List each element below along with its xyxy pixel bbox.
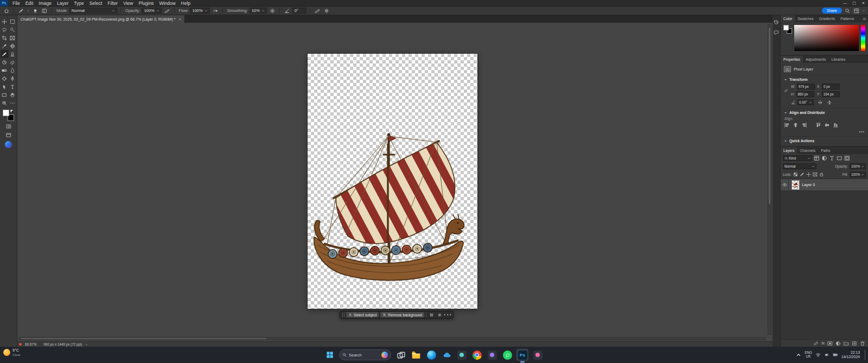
filter-smart-objects-icon[interactable] [844, 155, 850, 161]
vertical-scrollbar[interactable] [768, 24, 771, 335]
link-dimensions-icon[interactable] [784, 85, 789, 97]
language-indicator[interactable]: ENG UK [805, 351, 812, 359]
photoshop-icon[interactable]: Ps [516, 349, 528, 361]
home-icon[interactable] [3, 7, 10, 14]
layer-thumbnail[interactable] [792, 180, 800, 190]
tool-marquee[interactable] [9, 17, 17, 26]
airbrush-icon[interactable] [212, 7, 219, 14]
lock-position-icon[interactable] [806, 172, 811, 177]
panel-menu-icon[interactable] [863, 17, 868, 21]
show-desktop-button[interactable] [865, 350, 866, 360]
foreground-color-swatch[interactable] [783, 25, 789, 30]
lock-artboard-icon[interactable] [813, 172, 818, 177]
maximize-button[interactable]: ▢ [850, 0, 859, 7]
tray-chevron-up-icon[interactable] [796, 352, 801, 358]
menu-window[interactable]: Window [156, 1, 178, 6]
tool-path-select[interactable] [1, 82, 9, 91]
canvas[interactable] [308, 54, 477, 309]
tool-history-brush[interactable] [1, 58, 9, 66]
chevron-down-icon[interactable] [862, 9, 865, 12]
whatsapp-icon[interactable] [501, 349, 513, 361]
hue-slider[interactable] [861, 25, 865, 51]
tab-swatches[interactable]: Swatches [795, 15, 816, 22]
tool-brush[interactable] [1, 50, 9, 58]
tool-gradient[interactable] [1, 66, 9, 74]
foreground-color-swatch[interactable] [3, 110, 9, 116]
tab-adjustments[interactable]: Adjustments [803, 56, 828, 63]
new-group-icon[interactable] [844, 341, 849, 346]
filter-type-layers-icon[interactable] [829, 155, 835, 161]
layer-name[interactable]: Layer 0 [802, 182, 815, 187]
lock-all-icon[interactable] [819, 172, 824, 177]
brush-tip-preview-icon[interactable] [31, 7, 39, 14]
flip-vertical-icon[interactable] [827, 100, 832, 105]
y-field[interactable]: 164 px [822, 91, 840, 97]
default-swatches-icon[interactable] [10, 110, 14, 113]
history-panel-icon[interactable] [774, 20, 779, 25]
align-middle-vertical-icon[interactable] [824, 122, 830, 128]
menu-select[interactable]: Select [87, 1, 105, 6]
file-explorer-icon[interactable] [410, 349, 422, 361]
chrome-icon[interactable] [471, 349, 483, 361]
transform-image-icon[interactable] [428, 312, 435, 317]
tab-close-icon[interactable]: × [179, 17, 182, 22]
zoom-level-field[interactable]: 66.67% [25, 342, 36, 346]
brush-preset-icon[interactable] [17, 7, 25, 14]
color-swatches[interactable] [3, 110, 14, 121]
width-field[interactable]: 979 px [797, 84, 815, 90]
screen-mode-icon[interactable] [4, 131, 13, 138]
tab-color[interactable]: Color [781, 15, 795, 22]
tool-eraser[interactable] [9, 58, 17, 66]
battery-icon[interactable] [833, 352, 838, 358]
brush-angle-field[interactable]: 0° [292, 8, 307, 14]
layer-filter-select[interactable]: Kind [783, 155, 812, 161]
tool-blur[interactable] [9, 66, 17, 74]
align-right-icon[interactable] [801, 122, 807, 128]
status-menu-chevron[interactable]: > [85, 343, 87, 346]
tool-move[interactable] [1, 17, 9, 26]
rotation-field[interactable]: 0.00° [797, 99, 814, 105]
close-button[interactable]: ✕ [859, 0, 868, 7]
color-cursor[interactable] [795, 26, 797, 28]
color-panel-swatches[interactable] [783, 25, 792, 34]
horizontal-scrollbar[interactable] [19, 337, 765, 340]
tool-quick-select[interactable] [9, 26, 17, 34]
tab-channels[interactable]: Channels [797, 147, 818, 154]
layer-fill-field[interactable]: 100% [850, 171, 866, 177]
wifi-icon[interactable] [815, 352, 821, 358]
tab-properties[interactable]: Properties [781, 56, 803, 63]
edge-icon[interactable] [425, 349, 437, 361]
new-layer-icon[interactable] [852, 341, 857, 346]
tool-dodge[interactable] [1, 74, 9, 82]
tool-frame[interactable] [9, 34, 17, 42]
align-top-icon[interactable] [815, 122, 821, 128]
weather-widget[interactable]: 9°C Clear [3, 348, 21, 356]
chevron-down-icon[interactable] [27, 9, 30, 12]
tool-clone-stamp[interactable] [9, 50, 17, 58]
filter-adjustment-layers-icon[interactable] [821, 155, 827, 161]
lock-transparent-pixels-icon[interactable] [793, 172, 798, 177]
app-dark-2-icon[interactable] [486, 349, 498, 361]
select-subject-button[interactable]: Select subject [346, 312, 379, 317]
remove-background-button[interactable]: Remove background [380, 312, 424, 317]
tool-ellipsis[interactable] [9, 99, 17, 107]
tool-shape[interactable] [1, 91, 9, 99]
layer-effects-icon[interactable]: fx [821, 341, 825, 346]
tool-eyedropper[interactable] [1, 42, 9, 50]
quick-mask-icon[interactable] [4, 123, 13, 130]
search-icon[interactable] [844, 7, 851, 14]
opacity-field[interactable]: 100% [142, 8, 161, 14]
tool-crop[interactable] [1, 34, 9, 42]
app-dark-3-icon[interactable] [532, 349, 544, 361]
layer-row[interactable]: Layer 0 [781, 179, 868, 191]
menu-plugins[interactable]: Plugins [136, 1, 156, 6]
menu-help[interactable]: Help [178, 1, 193, 6]
align-more-options[interactable]: ••• [784, 130, 865, 133]
filter-shape-layers-icon[interactable] [837, 155, 843, 161]
layer-opacity-field[interactable]: 100% [850, 163, 866, 169]
new-adjustment-layer-icon[interactable] [835, 341, 841, 346]
tool-hand[interactable] [9, 91, 17, 99]
tool-zoom[interactable] [1, 99, 9, 107]
app-dark-1-icon[interactable] [456, 349, 468, 361]
flow-field[interactable]: 100% [190, 8, 209, 14]
